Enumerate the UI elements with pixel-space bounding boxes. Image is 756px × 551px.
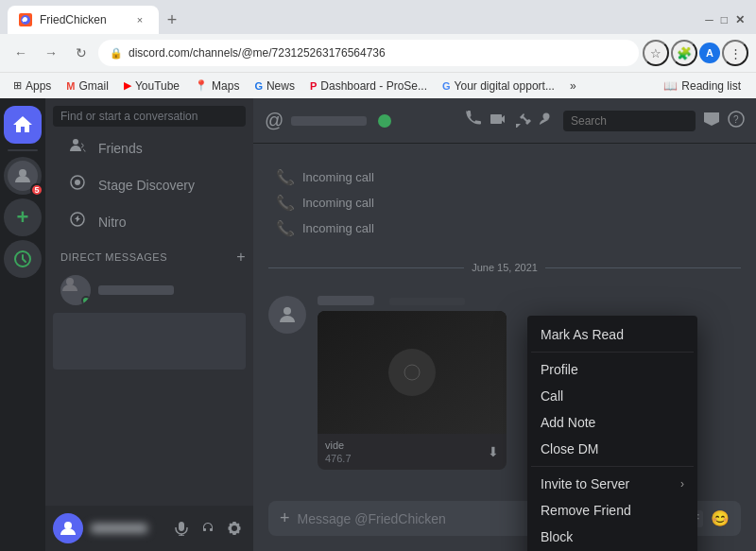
settings-button[interactable] [223,517,246,540]
extensions-button[interactable]: 🧩 [671,40,697,66]
bookmark-overflow[interactable]: » [564,77,582,95]
apps-label: Apps [26,79,51,93]
context-menu-item-close-dm[interactable]: Close DM [531,436,694,462]
nav-icons: ☆ 🧩 A ⋮ [643,40,748,66]
bookmark-news[interactable]: G News [249,77,301,95]
pinterest-icon: P [310,80,317,92]
context-menu: Mark As Read Profile Call Add Note Close… [527,316,697,551]
sidebar-bottom-inner [53,513,246,543]
gmail-label: Gmail [79,79,109,93]
discover-button[interactable] [4,240,42,278]
forward-button[interactable]: → [38,40,64,66]
user-display-name [91,524,147,533]
svg-point-5 [75,180,80,185]
server-divider [8,149,38,151]
maps-icon: 📍 [195,79,208,92]
context-menu-item-block[interactable]: Block [531,524,694,550]
add-server-button[interactable]: + [4,198,42,236]
svg-point-7 [66,278,74,285]
gmail-icon: M [66,80,75,92]
context-menu-item-remove-friend[interactable]: Remove Friend [531,497,694,524]
news-icon: G [254,80,263,92]
context-menu-item-call[interactable]: Call [531,383,694,409]
home-button[interactable] [4,106,42,144]
youtube-icon: ▶ [124,79,131,92]
tab-close-button[interactable]: × [132,12,147,27]
mute-button[interactable] [170,517,193,540]
dashboard-label: Dashboard - ProSe... [320,79,427,93]
tab-bar: FriedChicken × + ─ □ ✕ [0,0,756,34]
apps-icon: ⊞ [13,79,22,92]
context-menu-separator-2 [531,466,694,467]
direct-messages-header: DIRECT MESSAGES + [45,245,253,269]
context-menu-item-profile[interactable]: Profile [531,356,694,383]
search-input[interactable] [53,106,246,127]
maps-label: Maps [212,79,239,93]
back-button[interactable]: ← [8,40,34,66]
channel-sidebar: Friends Stage Discovery Nitro DIRECT MES… [45,98,253,551]
news-label: News [266,79,295,93]
user-info [91,524,163,533]
lock-icon: 🔒 [110,47,123,60]
friends-icon [68,136,87,160]
add-dm-button[interactable]: + [236,249,246,266]
bookmark-google[interactable]: G Your digital opport... [437,77,560,95]
context-menu-overlay[interactable]: Mark As Read Profile Call Add Note Close… [253,98,756,551]
friends-label: Friends [98,141,143,156]
dm-status-indicator [81,296,91,305]
deafen-button[interactable] [197,517,219,540]
dm-list-item[interactable] [53,269,246,311]
main-chat-area: @ [253,98,756,551]
menu-button[interactable]: ⋮ [722,40,748,66]
sidebar-item-friends[interactable]: Friends [53,130,246,165]
profile-circle[interactable]: A [699,43,720,63]
context-menu-item-invite-to-server[interactable]: Invite to Server › [531,471,694,497]
browser-chrome: FriedChicken × + ─ □ ✕ ← → ↻ 🔒 discord.c… [0,0,756,98]
dm-avatar [60,275,91,305]
new-tab-button[interactable]: + [159,7,185,33]
add-server-icon: + [17,207,29,228]
bookmark-pinterest[interactable]: P Dashboard - ProSe... [304,77,433,95]
stage-discovery-label: Stage Discovery [98,178,195,193]
bookmark-apps[interactable]: ⊞ Apps [8,77,57,95]
tab-title: FriedChicken [40,13,125,26]
unread-badge: 5 [30,183,43,197]
reading-list-button[interactable]: 📖 Reading list [656,77,748,95]
nitro-icon [68,210,87,233]
minimize-button[interactable]: ─ [705,13,713,26]
bookmark-maps[interactable]: 📍 Maps [189,77,245,95]
server-icon-1[interactable]: 5 [4,157,42,195]
dm-name-placeholder [98,285,174,295]
svg-point-3 [73,139,78,145]
nav-bar: ← → ↻ 🔒 discord.com/channels/@me/7231252… [0,34,756,72]
sidebar-item-nitro[interactable]: Nitro [53,204,246,239]
sidebar-bottom-icons [170,517,246,540]
google-label: Your digital opport... [455,79,555,93]
discord-app: 5 + Friends [0,98,756,551]
bookmark-button[interactable]: ☆ [643,40,669,66]
bookmark-gmail[interactable]: M Gmail [60,77,114,95]
user-avatar [53,513,83,543]
direct-messages-label: DIRECT MESSAGES [60,251,167,263]
sidebar-item-stage-discovery[interactable]: Stage Discovery [53,167,246,202]
maximize-button[interactable]: □ [721,13,728,26]
bookmark-youtube[interactable]: ▶ YouTube [118,77,185,95]
svg-point-1 [19,169,26,177]
context-menu-item-mark-as-read[interactable]: Mark As Read [531,321,694,348]
url-text: discord.com/channels/@me/723125263176564… [129,46,386,60]
close-window-button[interactable]: ✕ [735,13,745,26]
server-sidebar: 5 + [0,98,45,551]
youtube-label: YouTube [135,79,180,93]
submenu-arrow: › [680,477,684,491]
dm-extra-area [53,313,246,370]
google-icon: G [442,80,451,92]
context-menu-item-add-note[interactable]: Add Note [531,409,694,436]
reading-list-label: Reading list [681,79,741,93]
url-bar[interactable]: 🔒 discord.com/channels/@me/7231252631765… [98,40,639,66]
context-menu-separator-1 [531,352,694,353]
refresh-button[interactable]: ↻ [68,40,94,66]
svg-point-8 [64,522,72,529]
tab-favicon [19,13,32,26]
active-tab[interactable]: FriedChicken × [8,6,159,34]
bookmarks-bar: ⊞ Apps M Gmail ▶ YouTube 📍 Maps G News P… [0,72,756,98]
